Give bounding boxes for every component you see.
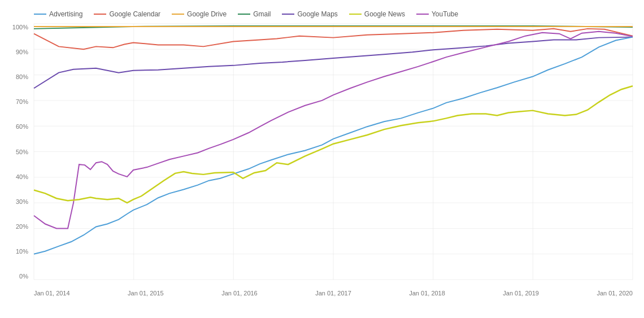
chart-legend: AdvertisingGoogle CalendarGoogle DriveGm… bbox=[34, 6, 633, 24]
legend-line-google-maps bbox=[282, 14, 294, 15]
x-axis-label: Jan 01, 2020 bbox=[597, 290, 633, 297]
chart-container: AdvertisingGoogle CalendarGoogle DriveGm… bbox=[0, 0, 644, 318]
legend-label-google-drive: Google Drive bbox=[187, 10, 227, 18]
x-axis-label: Jan 01, 2015 bbox=[128, 290, 164, 297]
x-axis-label: Jan 01, 2014 bbox=[34, 290, 70, 297]
legend-label-google-news: Google News bbox=[364, 10, 405, 18]
y-axis-label: 0% bbox=[6, 273, 28, 280]
legend-item-google-maps: Google Maps bbox=[282, 10, 337, 18]
x-axis-label: Jan 01, 2019 bbox=[503, 290, 539, 297]
legend-line-google-drive bbox=[172, 14, 184, 15]
y-axis-label: 40% bbox=[6, 173, 28, 180]
legend-line-gmail bbox=[238, 14, 250, 15]
y-axis-label: 10% bbox=[6, 248, 28, 255]
y-axis-label: 20% bbox=[6, 223, 28, 230]
legend-item-advertising: Advertising bbox=[34, 10, 82, 18]
legend-item-youtube: YouTube bbox=[416, 10, 458, 18]
y-axis-label: 60% bbox=[6, 123, 28, 130]
legend-label-advertising: Advertising bbox=[49, 10, 82, 18]
legend-label-google-calendar: Google Calendar bbox=[109, 10, 160, 18]
legend-label-google-maps: Google Maps bbox=[297, 10, 337, 18]
legend-line-youtube bbox=[416, 14, 429, 15]
y-axis-label: 90% bbox=[6, 49, 28, 55]
x-axis-label: Jan 01, 2018 bbox=[409, 290, 445, 297]
x-axis-label: Jan 01, 2016 bbox=[221, 290, 258, 297]
x-axis: Jan 01, 2014Jan 01, 2015Jan 01, 2016Jan … bbox=[34, 290, 633, 297]
x-axis-label: Jan 01, 2017 bbox=[315, 290, 351, 297]
legend-line-advertising bbox=[34, 14, 46, 15]
legend-item-google-calendar: Google Calendar bbox=[94, 10, 160, 18]
legend-label-gmail: Gmail bbox=[253, 10, 271, 18]
legend-line-google-calendar bbox=[94, 14, 106, 15]
y-axis-label: 30% bbox=[6, 198, 28, 205]
y-axis-label: 100% bbox=[6, 24, 28, 31]
legend-item-google-news: Google News bbox=[349, 10, 405, 18]
legend-label-youtube: YouTube bbox=[432, 10, 458, 18]
y-axis-label: 80% bbox=[6, 73, 28, 80]
y-axis-label: 50% bbox=[6, 149, 28, 155]
y-axis: 0%10%20%30%40%50%60%70%80%90%100% bbox=[6, 24, 28, 280]
y-axis-label: 70% bbox=[6, 98, 28, 105]
legend-item-gmail: Gmail bbox=[238, 10, 271, 18]
legend-line-google-news bbox=[349, 14, 362, 15]
chart-area-wrapper: 0%10%20%30%40%50%60%70%80%90%100% bbox=[34, 24, 633, 280]
chart-svg bbox=[34, 24, 633, 280]
legend-item-google-drive: Google Drive bbox=[172, 10, 227, 18]
